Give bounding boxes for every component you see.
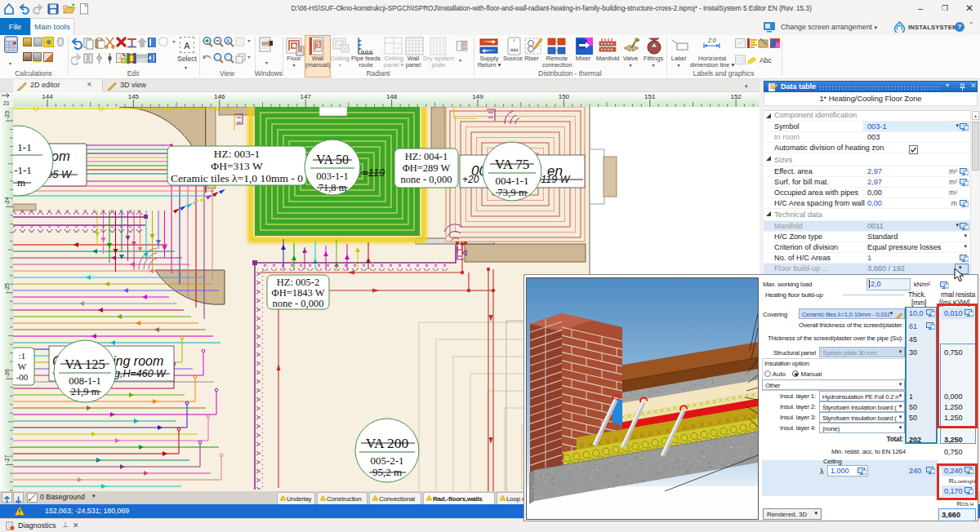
svg-text:151: 151 xyxy=(644,93,656,100)
svg-text:-23: -23 xyxy=(4,111,10,119)
svg-text:005-2-1: 005-2-1 xyxy=(370,454,403,467)
svg-text:145: 145 xyxy=(128,93,140,100)
svg-text:ΦH=289 W: ΦH=289 W xyxy=(403,162,451,174)
svg-text:148: 148 xyxy=(386,93,398,100)
svg-text:1-1: 1-1 xyxy=(17,141,31,153)
svg-text:-26: -26 xyxy=(4,369,10,377)
svg-text:ΦH=313 W: ΦH=313 W xyxy=(211,160,263,172)
svg-text:149: 149 xyxy=(472,93,483,100)
svg-text:none - 0,000: none - 0,000 xyxy=(401,174,452,185)
svg-text:none - 0,000: none - 0,000 xyxy=(273,298,324,309)
svg-text:HZ: 004-1: HZ: 004-1 xyxy=(405,151,448,162)
svg-text:HZ: 005-2: HZ: 005-2 xyxy=(277,277,319,288)
svg-text:ing room: ing room xyxy=(113,354,163,368)
svg-text:2.0: 2.0 xyxy=(707,38,716,43)
svg-text:A: A xyxy=(226,38,230,44)
svg-text:003-1-1: 003-1-1 xyxy=(316,171,349,182)
svg-text:144: 144 xyxy=(42,93,53,100)
svg-text:Abc: Abc xyxy=(760,56,772,64)
svg-text:Ceramic tiles λ=1,0 10mm - 0: Ceramic tiles λ=1,0 10mm - 0 xyxy=(171,172,303,184)
svg-text:004-1-1: 004-1-1 xyxy=(495,175,528,187)
svg-text:-25: -25 xyxy=(4,283,10,291)
svg-text:-24: -24 xyxy=(4,197,10,205)
svg-text:-27: -27 xyxy=(4,454,10,463)
svg-text:-1-1: -1-1 xyxy=(14,164,32,176)
svg-text:ΦH=1843 W: ΦH=1843 W xyxy=(272,287,325,299)
svg-text:W: W xyxy=(18,361,27,371)
svg-text:23: 23 xyxy=(3,100,10,106)
svg-text:-00: -00 xyxy=(16,372,29,382)
svg-text:152: 152 xyxy=(731,93,742,100)
svg-text:147: 147 xyxy=(301,93,312,100)
svg-text:+20: +20 xyxy=(462,174,479,185)
svg-text::1: :1 xyxy=(19,351,26,361)
svg-text:146: 146 xyxy=(214,93,225,100)
svg-text:008-1-1: 008-1-1 xyxy=(69,375,101,387)
svg-text:HZ: 003-1: HZ: 003-1 xyxy=(214,148,261,160)
svg-text:150: 150 xyxy=(559,93,570,100)
